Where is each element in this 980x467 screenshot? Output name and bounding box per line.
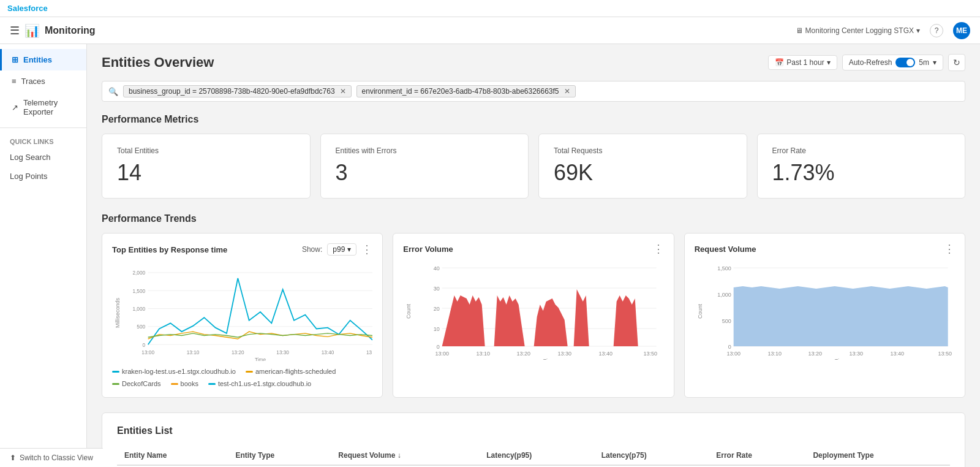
svg-text:Time: Time (834, 358, 846, 360)
svg-text:40: 40 (434, 265, 440, 271)
time-range-label: Past 1 hour (786, 58, 824, 67)
metric-label-0: Total Entities (117, 146, 295, 155)
chart-request-volume-header: Request Volume ⋮ (695, 243, 955, 254)
filter-tag-1: environment_id = 667e20e3-6adb-47b8-803b… (356, 85, 576, 97)
entities-icon: ⊞ (12, 55, 18, 64)
col-entity-type: Entity Type (228, 446, 331, 465)
chart-request-volume-title: Request Volume (695, 245, 756, 254)
svg-text:Time: Time (255, 357, 266, 361)
svg-text:13:50: 13:50 (366, 350, 372, 355)
app-header: ☰ 📊 Monitoring 🖥 Monitoring Center Loggi… (0, 17, 980, 44)
chart-response-time: Top Entities by Response time Show: p99 … (102, 233, 383, 398)
svg-text:1,500: 1,500 (132, 289, 145, 294)
svg-text:13:10: 13:10 (767, 351, 782, 357)
trends-grid: Top Entities by Response time Show: p99 … (102, 233, 965, 398)
chart-error-svg-area: 40 30 20 10 0 13:00 13:10 13:20 13:30 (417, 262, 663, 362)
main-content: Entities Overview 📅 Past 1 hour ▾ Auto-R… (87, 44, 980, 467)
page-header: Entities Overview 📅 Past 1 hour ▾ Auto-R… (102, 54, 965, 71)
metric-value-2: 69K (554, 160, 732, 186)
sidebar-item-entities-label: Entities (23, 55, 52, 64)
legend-american: american-flights-scheduled (246, 368, 336, 375)
top-bar: Salesforce (0, 0, 980, 17)
metric-label-3: Error Rate (772, 146, 951, 155)
time-range-button[interactable]: 📅 Past 1 hour ▾ (768, 55, 837, 70)
hamburger-icon[interactable]: ☰ (10, 24, 20, 37)
chevron-p99-icon: ▾ (347, 245, 351, 254)
svg-text:13:40: 13:40 (322, 350, 334, 355)
svg-text:13:50: 13:50 (938, 351, 952, 357)
svg-text:13:30: 13:30 (558, 351, 572, 357)
svg-text:10: 10 (434, 326, 440, 332)
metric-value-1: 3 (336, 160, 514, 186)
sidebar-item-entities[interactable]: ⊞ Entities (0, 49, 86, 70)
svg-text:0: 0 (437, 344, 440, 350)
request-volume-svg: 1,500 1,000 500 0 13:00 13:10 13:20 13:3… (708, 262, 955, 360)
svg-text:1,000: 1,000 (717, 292, 731, 298)
legend-dot-american (246, 371, 253, 373)
filter-tag-0-close[interactable]: ✕ (340, 87, 346, 96)
more-options-request-volume[interactable]: ⋮ (944, 243, 955, 254)
auto-refresh-toggle[interactable] (895, 58, 915, 67)
svg-text:13:00: 13:00 (435, 351, 450, 357)
filter-tag-1-close[interactable]: ✕ (564, 87, 570, 96)
sidebar-item-traces[interactable]: ≡ Traces (0, 70, 86, 92)
refresh-interval-label: 5m (919, 58, 929, 67)
switch-classic-icon: ⬆ (10, 454, 16, 462)
metric-value-0: 14 (117, 160, 295, 186)
metric-card-1: Entities with Errors 3 (320, 134, 529, 199)
svg-text:13:00: 13:00 (141, 350, 154, 355)
chart-request-body: Count 1,500 1,000 500 (695, 262, 955, 362)
switch-classic-bar[interactable]: ⬆ Switch to Classic View (0, 448, 103, 467)
sidebar-link-log-search[interactable]: Log Search (0, 148, 86, 167)
metrics-grid: Total Entities 14 Entities with Errors 3… (102, 134, 965, 199)
chart-error-volume: Error Volume ⋮ Count (393, 233, 674, 398)
svg-text:13:10: 13:10 (187, 350, 200, 355)
avatar[interactable]: ME (953, 22, 970, 39)
sidebar-item-telemetry[interactable]: ↗ Telemetry Exporter (0, 92, 86, 123)
page-title: Entities Overview (102, 55, 214, 70)
legend-label-test: test-ch1.us-e1.stgx.cloudhub.io (218, 380, 311, 387)
svg-text:13:20: 13:20 (232, 350, 244, 355)
main-layout: ⊞ Entities ≡ Traces ↗ Telemetry Exporter… (0, 44, 980, 467)
chart-request-volume: Request Volume ⋮ Count (684, 233, 965, 398)
svg-text:500: 500 (722, 318, 731, 324)
y-axis-label-request: Count (695, 262, 706, 362)
entities-table-head: Entity Name Entity Type Request Volume ↓… (117, 446, 950, 465)
chart-response-time-body: Milliseconds 2,000 1,500 (112, 263, 372, 363)
chart-response-time-title: Top Entities by Response time (112, 245, 227, 254)
legend-dot-test (208, 383, 216, 385)
svg-text:1,500: 1,500 (717, 265, 731, 271)
entities-list-title: Entities List (117, 425, 950, 436)
chart-request-svg-area: 1,500 1,000 500 0 13:00 13:10 13:20 13:3… (708, 262, 955, 362)
y-label-text: Milliseconds (115, 298, 121, 328)
svg-marker-27 (442, 289, 657, 346)
legend-dot-kraken (112, 371, 119, 373)
monitor-center-label: Monitoring Center Logging STGX (805, 26, 914, 35)
performance-trends-title: Performance Trends (102, 213, 965, 224)
entities-table: Entity Name Entity Type Request Volume ↓… (117, 446, 950, 467)
monitor-center-selector[interactable]: 🖥 Monitoring Center Logging STGX ▾ (796, 26, 920, 35)
help-icon[interactable]: ? (930, 24, 943, 37)
svg-text:13:20: 13:20 (517, 351, 531, 357)
metric-label-2: Total Requests (554, 146, 732, 155)
p99-select[interactable]: p99 ▾ (327, 243, 356, 256)
legend-books: books (171, 380, 198, 387)
auto-refresh-control: Auto-Refresh 5m ▾ (842, 55, 943, 70)
more-options-error-volume[interactable]: ⋮ (653, 243, 664, 254)
legend-label-books: books (181, 380, 198, 387)
refresh-button[interactable]: ↻ (948, 54, 965, 71)
svg-text:Time: Time (543, 358, 556, 360)
header-right: 🖥 Monitoring Center Logging STGX ▾ ? ME (796, 22, 970, 39)
filter-tag-0: business_group_id = 25708898-738b-4820-9… (123, 85, 352, 97)
monitor-icon: 🖥 (796, 26, 803, 35)
y-label-error-text: Count (405, 304, 412, 319)
svg-text:30: 30 (434, 286, 440, 292)
auto-refresh-label: Auto-Refresh (849, 58, 892, 67)
quick-links-label: Quick Links (0, 133, 86, 148)
metric-card-2: Total Requests 69K (538, 134, 747, 199)
metric-card-0: Total Entities 14 (102, 134, 311, 199)
sidebar-link-log-points[interactable]: Log Points (0, 167, 86, 186)
more-options-response-time[interactable]: ⋮ (361, 244, 372, 255)
filter-bar: 🔍 business_group_id = 25708898-738b-4820… (102, 81, 965, 102)
col-deployment-type: Deployment Type (805, 446, 950, 465)
